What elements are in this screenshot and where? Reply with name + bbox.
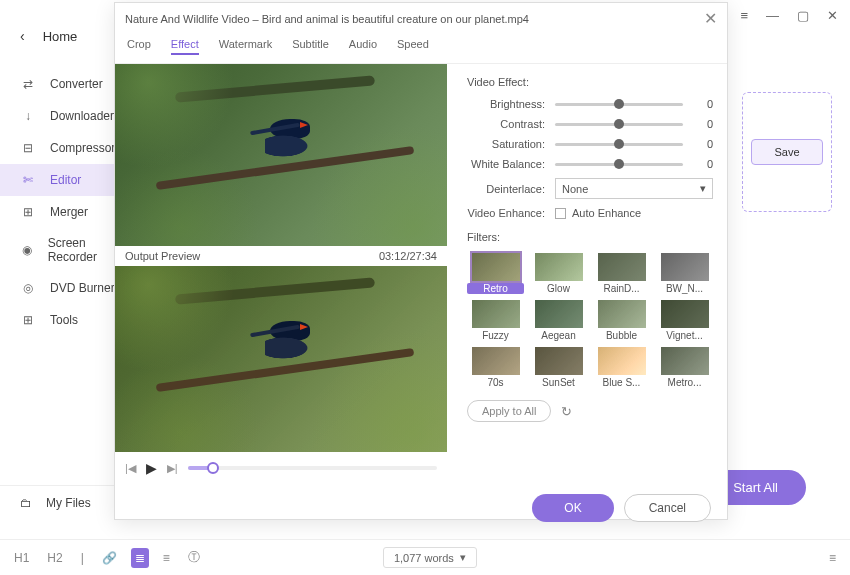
close-icon[interactable]: ✕	[704, 9, 717, 28]
tab-effect[interactable]: Effect	[171, 38, 199, 55]
ok-button[interactable]: OK	[532, 494, 613, 522]
slider-value: 0	[693, 98, 713, 110]
tab-audio[interactable]: Audio	[349, 38, 377, 55]
sidebar-item-label: Compressor	[50, 141, 115, 155]
filter-name: 70s	[467, 377, 524, 388]
white-balance-slider[interactable]	[555, 163, 683, 166]
playback-controls: |◀ ▶ ▶|	[115, 452, 447, 484]
filter-thumb	[472, 300, 520, 328]
filter-bluesky[interactable]: Blue S...	[593, 347, 650, 388]
close-window-icon[interactable]: ✕	[827, 8, 838, 23]
deinterlace-select[interactable]: None ▾	[555, 178, 713, 199]
slider-label: Saturation:	[467, 138, 545, 150]
bottom-toolbar: H1 H2 | 🔗 ≣ ≡ Ⓣ 1,077 words ▾ ≡	[0, 539, 850, 575]
preview-column: Output Preview 03:12/27:34 |◀ ▶ ▶|	[115, 64, 447, 484]
play-icon[interactable]: ▶	[146, 460, 157, 476]
filter-bw[interactable]: BW_N...	[656, 253, 713, 294]
slider-label: Contrast:	[467, 118, 545, 130]
minimize-icon[interactable]: —	[766, 8, 779, 23]
filter-vign[interactable]: Vignet...	[656, 300, 713, 341]
video-enhance-label: Video Enhance:	[467, 207, 545, 219]
filter-rain[interactable]: RainD...	[593, 253, 650, 294]
time-label: 03:12/27:34	[379, 250, 437, 262]
filter-name: SunSet	[530, 377, 587, 388]
tools-icon: ⊞	[20, 312, 36, 328]
filter-name: Fuzzy	[467, 330, 524, 341]
editor-icon: ✄	[20, 172, 36, 188]
video-effect-heading: Video Effect:	[467, 76, 713, 88]
tab-speed[interactable]: Speed	[397, 38, 429, 55]
compressor-icon: ⊟	[20, 140, 36, 156]
sidebar-item-label: Converter	[50, 77, 103, 91]
save-button[interactable]: Save	[751, 139, 822, 165]
filter-name: Blue S...	[593, 377, 650, 388]
slider-label: Brightness:	[467, 98, 545, 110]
filter-name: Bubble	[593, 330, 650, 341]
slider-value: 0	[693, 118, 713, 130]
modal-title: Nature And Wildlife Video – Bird and ani…	[125, 13, 529, 25]
chevron-down-icon: ▾	[460, 551, 466, 564]
saturation-slider[interactable]	[555, 143, 683, 146]
cancel-button[interactable]: Cancel	[624, 494, 711, 522]
filter-thumb	[661, 300, 709, 328]
apply-to-all-button[interactable]: Apply to All	[467, 400, 551, 422]
numbered-list-icon[interactable]: ≡	[159, 548, 174, 568]
slider-value: 0	[693, 158, 713, 170]
h2-button[interactable]: H2	[43, 548, 66, 568]
timeline-slider[interactable]	[188, 466, 437, 470]
prev-frame-icon[interactable]: |◀	[125, 462, 136, 475]
filter-thumb	[535, 300, 583, 328]
filter-name: RainD...	[593, 283, 650, 294]
filter-fuzzy[interactable]: Fuzzy	[467, 300, 524, 341]
back-icon: ‹	[20, 28, 25, 44]
menu-icon[interactable]: ≡	[740, 8, 748, 23]
chevron-down-icon: ▾	[700, 182, 706, 195]
next-frame-icon[interactable]: ▶|	[167, 462, 178, 475]
filter-bubble[interactable]: Bubble	[593, 300, 650, 341]
tab-crop[interactable]: Crop	[127, 38, 151, 55]
maximize-icon[interactable]: ▢	[797, 8, 809, 23]
filter-s70[interactable]: 70s	[467, 347, 524, 388]
filter-thumb	[661, 347, 709, 375]
slider-value: 0	[693, 138, 713, 150]
preview-output	[115, 266, 447, 452]
tab-subtitle[interactable]: Subtitle	[292, 38, 329, 55]
myfiles-label: My Files	[46, 496, 91, 510]
downloader-icon: ↓	[20, 108, 36, 124]
converter-icon: ⇄	[20, 76, 36, 92]
brightness-slider[interactable]	[555, 103, 683, 106]
dvd burner-icon: ◎	[20, 280, 36, 296]
filter-aegean[interactable]: Aegean	[530, 300, 587, 341]
bullet-list-icon[interactable]: ≣	[131, 548, 149, 568]
contrast-slider[interactable]	[555, 123, 683, 126]
link-icon[interactable]: 🔗	[98, 548, 121, 568]
editor-modal: Nature And Wildlife Video – Bird and ani…	[114, 2, 728, 520]
filter-sunset[interactable]: SunSet	[530, 347, 587, 388]
filter-metro[interactable]: Metro...	[656, 347, 713, 388]
filters-heading: Filters:	[467, 231, 713, 243]
slider-label: White Balance:	[467, 158, 545, 170]
sidebar-item-label: Tools	[50, 313, 78, 327]
align-right-icon[interactable]: ≡	[825, 548, 840, 568]
sidebar-item-label: Merger	[50, 205, 88, 219]
word-count[interactable]: 1,077 words ▾	[383, 547, 477, 568]
sidebar-item-label: Editor	[50, 173, 81, 187]
merger-icon: ⊞	[20, 204, 36, 220]
effect-panel: Video Effect: Brightness:0Contrast:0Satu…	[447, 64, 727, 484]
clear-format-icon[interactable]: Ⓣ	[184, 546, 204, 569]
refresh-icon[interactable]: ↻	[561, 404, 572, 419]
vertical-divider: |	[77, 548, 88, 568]
filter-thumb	[535, 347, 583, 375]
tab-watermark[interactable]: Watermark	[219, 38, 272, 55]
h1-button[interactable]: H1	[10, 548, 33, 568]
auto-enhance-checkbox[interactable]	[555, 208, 566, 219]
deinterlace-label: Deinterlace:	[467, 183, 545, 195]
filter-thumb	[661, 253, 709, 281]
filter-glow[interactable]: Glow	[530, 253, 587, 294]
screen recorder-icon: ◉	[20, 242, 34, 258]
filter-retro[interactable]: Retro	[467, 253, 524, 294]
preview-original	[115, 64, 447, 246]
output-preview-label: Output Preview	[125, 250, 200, 262]
right-panel: Save	[742, 92, 832, 212]
filter-name: Glow	[530, 283, 587, 294]
